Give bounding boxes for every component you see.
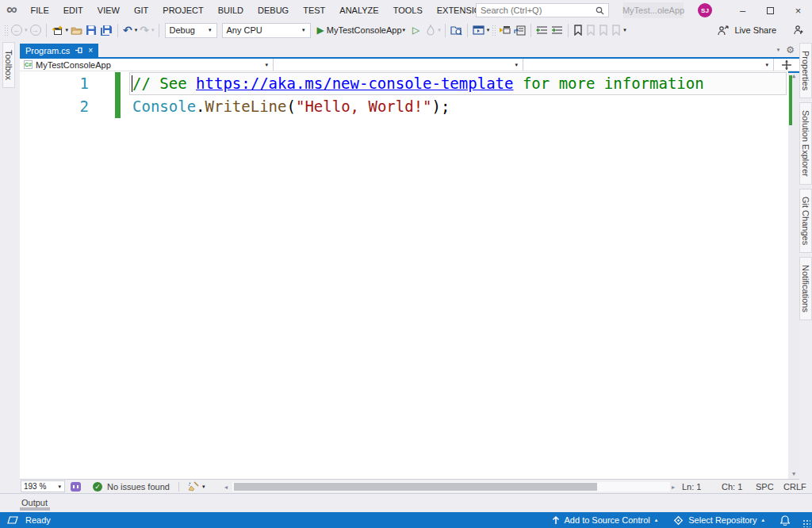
split-window-icon xyxy=(782,60,791,70)
navigate-back-button[interactable]: ← xyxy=(10,21,24,39)
toolbar-grip[interactable] xyxy=(492,25,496,36)
search-box[interactable] xyxy=(476,3,609,17)
scroll-right-arrow[interactable]: ▸ xyxy=(672,484,675,491)
maximize-button[interactable] xyxy=(756,0,784,21)
select-repository-label: Select Repository xyxy=(688,515,756,525)
menu-item-edit[interactable]: EDIT xyxy=(56,0,90,21)
left-dock-strip: Toolbox xyxy=(0,40,20,493)
menu-item-test[interactable]: TEST xyxy=(296,0,332,21)
tab-program-cs[interactable]: Program.cs × xyxy=(20,44,98,57)
live-share-icon[interactable] xyxy=(717,25,730,36)
user-avatar[interactable]: SJ xyxy=(698,3,712,17)
sidebar-tab-properties[interactable]: Properties xyxy=(799,43,812,98)
menu-item-view[interactable]: VIEW xyxy=(90,0,127,21)
menu-item-build[interactable]: BUILD xyxy=(211,0,251,21)
sidebar-tab-solution-explorer[interactable]: Solution Explorer xyxy=(799,102,812,185)
live-share-label[interactable]: Live Share xyxy=(734,25,776,35)
notifications-bell-icon[interactable] xyxy=(780,515,790,526)
code-area[interactable]: 1// See https://aka.ms/new-console-templ… xyxy=(20,71,799,118)
spaces-indicator[interactable]: SPC xyxy=(756,482,774,492)
start-dropdown[interactable]: ▾ xyxy=(403,27,406,33)
next-bookmark-button[interactable] xyxy=(597,21,610,39)
search-icon xyxy=(596,6,604,15)
feedback-icon[interactable] xyxy=(792,25,804,36)
decrease-indent-button[interactable] xyxy=(534,21,550,39)
clear-bookmarks-button[interactable] xyxy=(610,21,622,39)
minimize-button[interactable]: – xyxy=(729,0,756,21)
start-without-debugging-button[interactable]: ▷ xyxy=(408,21,424,39)
start-debugging-button[interactable]: ▶ MyTestConsoleApp ▾ xyxy=(313,21,408,39)
menu-item-tools[interactable]: TOOLS xyxy=(386,0,430,21)
menu-item-debug[interactable]: DEBUG xyxy=(251,0,296,21)
toolbar-grip[interactable] xyxy=(4,25,8,36)
scroll-left-arrow[interactable]: ◂ xyxy=(224,484,228,491)
redo-dropdown[interactable]: ▾ xyxy=(151,27,155,33)
vertical-scrollbar[interactable]: ▲ ▼ xyxy=(788,71,799,479)
redo-button[interactable]: ↷ xyxy=(138,21,151,39)
zoom-level-combobox[interactable]: 193 % ▾ xyxy=(21,480,65,492)
navigate-back-dropdown[interactable]: ▾ xyxy=(25,27,28,33)
issues-status-text[interactable]: No issues found xyxy=(107,482,170,492)
type-dropdown[interactable]: ▾ xyxy=(274,59,523,71)
toolbar-overflow-dropdown[interactable]: ▾ xyxy=(623,27,626,33)
menu-item-file[interactable]: FILE xyxy=(24,0,56,21)
hot-reload-button[interactable] xyxy=(424,21,437,39)
sidebar-tab-notifications[interactable]: Notifications xyxy=(799,257,812,320)
add-project-dropdown[interactable]: ▾ xyxy=(66,27,69,33)
solution-platform-combobox[interactable]: Any CPU▾ xyxy=(222,23,311,38)
find-in-files-button[interactable] xyxy=(449,21,464,39)
hot-reload-dropdown[interactable]: ▾ xyxy=(438,27,441,33)
line-ending-indicator[interactable]: CRLF xyxy=(783,482,806,492)
scrollbar-thumb[interactable] xyxy=(234,483,597,491)
add-to-source-control-button[interactable]: Add to Source Control ▴ xyxy=(552,515,658,525)
line-indicator[interactable]: Ln: 1 xyxy=(682,482,701,492)
increase-indent-button[interactable] xyxy=(550,21,565,39)
code-token-plain: ; xyxy=(441,98,450,115)
project-dropdown[interactable]: C# MyTestConsoleApp ▾ xyxy=(20,59,274,71)
sidebar-tab-git-changes[interactable]: Git Changes xyxy=(799,189,812,253)
undo-button[interactable]: ↶ xyxy=(121,21,134,39)
code-line-2[interactable]: 2Console.WriteLine("Hello, World!"); xyxy=(20,95,799,118)
save-button[interactable] xyxy=(84,21,98,39)
toggle-bookmark-button[interactable] xyxy=(572,21,584,39)
resize-grip[interactable] xyxy=(802,519,810,527)
menu-item-analyze[interactable]: ANALYZE xyxy=(332,0,385,21)
search-input[interactable] xyxy=(481,6,596,15)
health-check-icon[interactable]: ✓ xyxy=(93,482,102,492)
save-all-button[interactable] xyxy=(98,21,114,39)
add-project-button[interactable] xyxy=(50,21,65,39)
solution-configuration-combobox[interactable]: Debug▾ xyxy=(165,23,217,38)
horizontal-scrollbar[interactable] xyxy=(232,482,670,492)
gear-icon[interactable]: ⚙ xyxy=(786,45,795,55)
code-line-1[interactable]: 1// See https://aka.ms/new-console-templ… xyxy=(20,72,799,95)
navigate-to-code-button[interactable] xyxy=(512,21,527,39)
code-editor[interactable]: 1// See https://aka.ms/new-console-templ… xyxy=(20,71,799,479)
pin-icon[interactable] xyxy=(75,47,82,54)
preview-window-button[interactable] xyxy=(471,21,486,39)
play-icon: ▶ xyxy=(317,25,324,36)
undo-dropdown[interactable]: ▾ xyxy=(135,27,138,33)
bookmark-previous-icon xyxy=(586,25,596,36)
scroll-down-arrow[interactable]: ▼ xyxy=(788,471,799,477)
code-cleanup-button[interactable]: ▾ xyxy=(188,481,206,492)
copilot-status-icon[interactable] xyxy=(71,482,81,492)
close-icon[interactable]: × xyxy=(88,47,93,55)
scrollmap-change-marker xyxy=(789,75,792,125)
preview-window-dropdown[interactable]: ▾ xyxy=(487,27,490,33)
select-repository-button[interactable]: Select Repository ▴ xyxy=(673,515,764,526)
navigate-forward-button[interactable]: → xyxy=(29,21,43,39)
member-dropdown[interactable]: ▾ xyxy=(523,59,774,71)
chevron-down-icon: ▾ xyxy=(765,62,768,68)
menu-item-project[interactable]: PROJECT xyxy=(155,0,210,21)
sidebar-tab-toolbox[interactable]: Toolbox xyxy=(2,42,15,88)
close-button[interactable]: × xyxy=(784,0,812,21)
tab-list-dropdown[interactable]: ▾ xyxy=(777,47,780,53)
column-indicator[interactable]: Ch: 1 xyxy=(722,482,742,492)
previous-bookmark-button[interactable] xyxy=(584,21,597,39)
menu-item-git[interactable]: GIT xyxy=(127,0,155,21)
split-window-button[interactable] xyxy=(774,59,799,71)
panel-tab-output[interactable]: Output xyxy=(21,498,48,507)
navigate-code-icon xyxy=(514,25,526,36)
show-next-statement-button[interactable] xyxy=(497,21,512,39)
open-file-button[interactable] xyxy=(69,21,84,39)
